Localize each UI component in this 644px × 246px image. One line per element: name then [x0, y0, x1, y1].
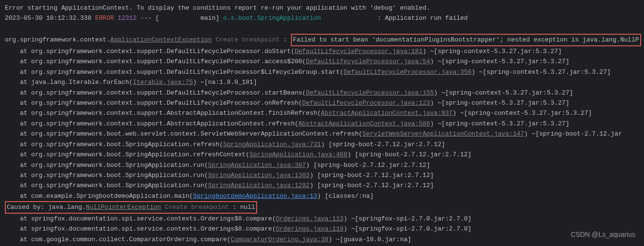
stack-trace-line: at org.springframework.context.support.A…: [5, 108, 639, 118]
stack-trace-line: at org.springframework.context.support.D…: [5, 88, 639, 98]
source-link[interactable]: ComparatorOrdering.java:38: [231, 236, 329, 243]
stack-trace-line: at org.springframework.boot.SpringApplic…: [5, 160, 639, 170]
caused-by-highlight: Caused by: java.lang.NullPointerExceptio…: [5, 201, 257, 213]
log-pid: 12312: [118, 14, 137, 22]
source-link[interactable]: ServletWebServerApplicationContext.java:…: [362, 130, 524, 137]
source-link[interactable]: SpringApplication.java:408: [249, 151, 347, 158]
source-link[interactable]: DefaultLifecycleProcessor.java:181: [295, 48, 423, 55]
exception-class-link[interactable]: ApplicationContextException: [110, 36, 212, 43]
console-header: Error starting ApplicationContext. To di…: [5, 3, 639, 13]
blank-line: [5, 24, 639, 34]
stack-trace-line: at com.google.common.collect.ComparatorO…: [5, 234, 639, 245]
source-link[interactable]: SpringApplication.java:307: [208, 162, 306, 169]
stack-trace-line: at org.springframework.context.support.D…: [5, 56, 639, 67]
stack-trace-line: at org.springframework.boot.SpringApplic…: [5, 139, 639, 150]
watermark: CSDN @Ls_aquarius: [571, 229, 635, 240]
log-line: 2023-05-30 10:12:32.338 ERROR 12312 --- …: [5, 13, 639, 23]
create-breakpoint-link[interactable]: Create breakpoint: [161, 204, 233, 211]
exception-message-highlight: Failed to start bean 'documentationPlugi…: [291, 34, 641, 46]
source-link[interactable]: Iterable.java:75: [133, 79, 193, 86]
cause-exception-class-link[interactable]: NullPointerException: [86, 204, 161, 211]
caused-by-line: Caused by: java.lang.NullPointerExceptio…: [5, 201, 639, 213]
stack-trace-line: at springfox.documentation.spi.service.c…: [5, 214, 639, 224]
source-link[interactable]: SpringbootdemoApplication.java:13: [193, 192, 317, 200]
stack-trace-line: at org.springframework.context.support.D…: [5, 67, 639, 77]
source-link[interactable]: Orderings.java:110: [276, 225, 343, 232]
stack-trace-line: at org.springframework.context.support.D…: [5, 98, 639, 108]
source-link[interactable]: SpringApplication.java:731: [223, 141, 321, 148]
stack-trace-line: at org.springframework.context.support.A…: [5, 119, 639, 129]
stack-trace-line: at springfox.documentation.spi.service.c…: [5, 224, 639, 234]
source-link[interactable]: DefaultLifecycleProcessor.java:54: [306, 58, 430, 65]
source-link[interactable]: DefaultLifecycleProcessor.java:123: [302, 99, 430, 107]
source-link[interactable]: AbstractApplicationContext.java:937: [321, 109, 452, 117]
source-link[interactable]: DefaultLifecycleProcessor.java:356: [343, 68, 471, 76]
source-link[interactable]: AbstractApplicationContext.java:586: [299, 120, 430, 127]
stack-trace-line: at java.lang.Iterable.forEach(Iterable.j…: [5, 77, 639, 87]
source-link[interactable]: Orderings.java:113: [276, 215, 343, 222]
logger-name: o.s.boot.SpringApplication: [223, 14, 321, 22]
stack-trace-line: at org.springframework.boot.web.servlet.…: [5, 129, 639, 139]
stack-trace-line: at org.springframework.boot.SpringApplic…: [5, 150, 639, 160]
source-link[interactable]: DefaultLifecycleProcessor.java:155: [306, 89, 434, 96]
create-breakpoint-link[interactable]: Create breakpoint: [212, 36, 283, 43]
stack-trace-line: at com.example.SpringbootdemoApplication…: [5, 191, 639, 201]
stack-trace-line: at org.springframework.boot.SpringApplic…: [5, 180, 639, 191]
stack-trace-line: at org.springframework.context.support.D…: [5, 46, 639, 56]
exception-line: org.springframework.context.ApplicationC…: [5, 34, 639, 46]
source-link[interactable]: SpringApplication.java:1303: [208, 172, 310, 179]
source-link[interactable]: SpringApplication.java:1292: [208, 182, 310, 189]
log-level: ERROR: [95, 14, 114, 22]
stack-trace-line: at org.springframework.boot.SpringApplic…: [5, 170, 639, 180]
